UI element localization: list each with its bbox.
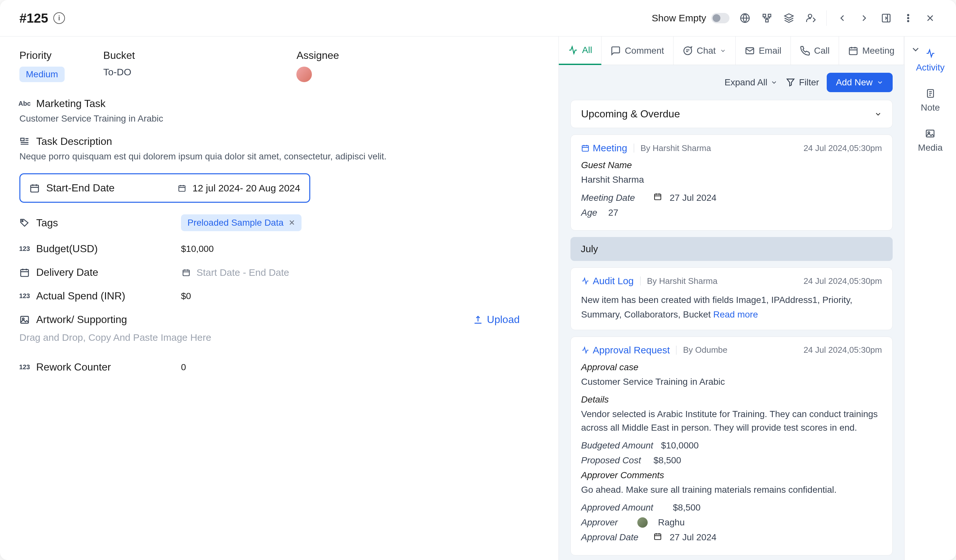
svg-rect-9 <box>21 138 24 141</box>
tag-chip[interactable]: Preloaded Sample Data ✕ <box>181 214 302 231</box>
globe-icon[interactable] <box>739 12 752 25</box>
priority-badge[interactable]: Medium <box>19 67 64 82</box>
calendar-small-icon <box>654 532 662 543</box>
section-upcoming[interactable]: Upcoming & Overdue <box>571 100 893 128</box>
meeting-card: Meeting By Harshit Sharma 24 Jul 2024,05… <box>571 135 893 231</box>
panel-collapse-icon[interactable] <box>880 12 893 25</box>
svg-rect-20 <box>654 194 661 200</box>
task-title-value[interactable]: Customer Service Training in Arabic <box>19 113 539 124</box>
approved-value: $8,500 <box>673 502 701 513</box>
add-new-button[interactable]: Add New <box>827 73 893 92</box>
svg-point-6 <box>907 14 909 16</box>
budgeted-value: $10,0000 <box>661 440 699 451</box>
tab-email[interactable]: Email <box>736 36 791 64</box>
tab-call[interactable]: Call <box>791 36 839 64</box>
filter-button[interactable]: Filter <box>785 77 819 88</box>
number-icon: 123 <box>19 244 30 254</box>
info-icon[interactable]: i <box>53 12 65 24</box>
read-more-link[interactable]: Read more <box>713 310 758 319</box>
svg-rect-23 <box>926 130 934 137</box>
rework-value[interactable]: 0 <box>181 362 186 373</box>
hierarchy-icon[interactable] <box>761 12 774 25</box>
show-empty-label: Show Empty <box>652 13 706 24</box>
assignee-label: Assignee <box>296 49 339 61</box>
rail-media[interactable]: Media <box>918 128 942 153</box>
layers-icon[interactable] <box>783 12 796 25</box>
approver-avatar <box>637 518 648 528</box>
start-end-label: Start-End Date <box>46 182 115 194</box>
budget-label: Budget(USD) <box>36 243 97 255</box>
tab-chat[interactable]: Chat <box>673 36 736 64</box>
drop-hint[interactable]: Drag and Drop, Copy And Paste Image Here <box>19 332 539 343</box>
approval-type[interactable]: Approval Request <box>581 344 670 356</box>
tab-comment[interactable]: Comment <box>601 36 673 64</box>
approval-date-value: 27 Jul 2024 <box>670 532 717 543</box>
task-desc-label: Task Description <box>36 135 112 148</box>
show-empty-toggle[interactable] <box>711 13 730 23</box>
start-end-value: 12 jul 2024- 20 Aug 2024 <box>192 182 300 193</box>
tag-remove-icon[interactable]: ✕ <box>289 218 295 227</box>
task-desc-value[interactable]: Neque porro quisquam est qui dolorem ips… <box>19 151 539 162</box>
number-icon: 123 <box>19 362 30 373</box>
budgeted-label: Budgeted Amount <box>581 440 653 451</box>
calendar-small-icon <box>177 183 187 193</box>
tag-chip-text: Preloaded Sample Data <box>187 218 283 228</box>
tab-all[interactable]: All <box>559 36 601 65</box>
user-assign-icon[interactable] <box>804 12 818 25</box>
approval-case-label: Approval case <box>581 362 882 373</box>
svg-rect-15 <box>21 316 28 323</box>
prev-icon[interactable] <box>836 12 849 25</box>
actual-spend-label: Actual Spend (INR) <box>36 290 126 302</box>
assignee-avatar[interactable] <box>296 67 312 82</box>
actual-spend-value[interactable]: $0 <box>181 291 191 301</box>
approved-label: Approved Amount <box>581 502 665 513</box>
svg-point-8 <box>907 20 909 22</box>
audit-date: 24 Jul 2024,05:30pm <box>803 276 882 286</box>
calendar-small-icon <box>654 192 662 203</box>
description-icon <box>19 137 30 147</box>
tags-label: Tags <box>36 217 58 229</box>
svg-rect-2 <box>768 14 771 17</box>
meeting-date: 24 Jul 2024,05:30pm <box>803 143 882 153</box>
tab-meeting[interactable]: Meeting <box>839 36 904 64</box>
calendar-icon <box>19 267 30 278</box>
meeting-date-label: Meeting Date <box>581 193 646 203</box>
approver-value: Raghu <box>658 518 685 528</box>
audit-type[interactable]: Audit Log <box>581 275 634 286</box>
svg-point-4 <box>808 14 812 18</box>
svg-rect-21 <box>654 534 661 539</box>
image-icon <box>19 315 30 325</box>
age-value: 27 <box>608 208 618 218</box>
rail-note[interactable]: Note <box>921 88 940 113</box>
delivery-placeholder[interactable]: Start Date - End Date <box>197 267 289 278</box>
next-icon[interactable] <box>858 12 871 25</box>
meeting-by: By Harshit Sharma <box>641 143 711 153</box>
expand-all-button[interactable]: Expand All <box>725 77 778 88</box>
bucket-label: Bucket <box>104 49 135 61</box>
svg-rect-10 <box>31 185 38 192</box>
approval-date-label: Approval Date <box>581 532 646 543</box>
close-icon[interactable] <box>924 12 937 25</box>
start-end-date-field[interactable]: Start-End Date 12 jul 2024- 20 Aug 2024 <box>19 173 310 203</box>
tag-icon <box>19 218 30 228</box>
age-label: Age <box>581 208 601 218</box>
bucket-value[interactable]: To-DO <box>104 67 135 78</box>
approval-by: By Odumbe <box>683 345 727 355</box>
month-july: July <box>571 237 893 261</box>
number-icon: 123 <box>19 291 30 301</box>
guest-name-value: Harshit Sharma <box>581 173 882 187</box>
more-icon[interactable] <box>902 12 915 25</box>
audit-by: By Harshit Sharma <box>647 276 717 286</box>
delivery-label: Delivery Date <box>36 266 98 278</box>
artwork-label: Artwork/ Supporting <box>36 314 127 326</box>
meeting-type[interactable]: Meeting <box>581 143 627 154</box>
proposed-label: Proposed Cost <box>581 455 646 466</box>
approval-case-value: Customer Service Training in Arabic <box>581 375 882 389</box>
budget-value[interactable]: $10,000 <box>181 244 214 254</box>
calendar-small-icon <box>181 267 191 278</box>
rail-activity[interactable]: Activity <box>916 48 945 73</box>
upload-button[interactable]: Upload <box>473 314 520 326</box>
approval-card: Approval Request By Odumbe 24 Jul 2024,0… <box>571 337 893 555</box>
calendar-icon <box>30 183 40 193</box>
task-title-label: Marketing Task <box>36 98 106 110</box>
